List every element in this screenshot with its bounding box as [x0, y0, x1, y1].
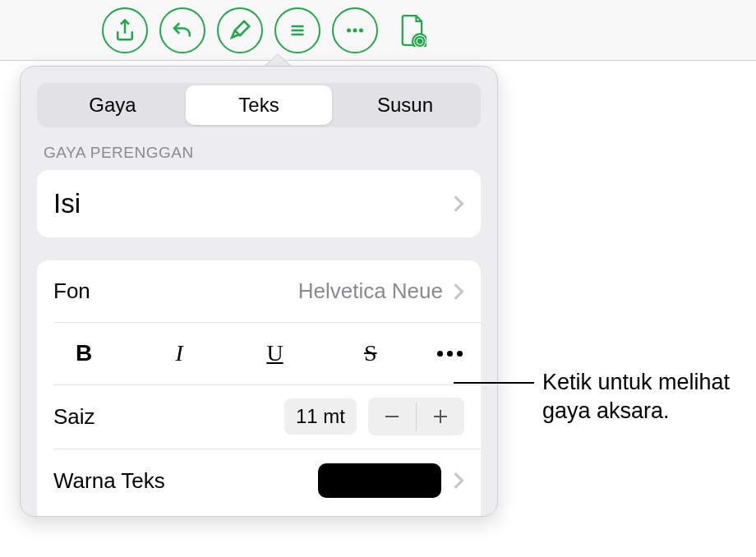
font-card: Fon Helvetica Neue B I U S Saiz 11	[37, 260, 481, 516]
size-stepper	[368, 398, 464, 435]
text-color-row[interactable]: Warna Teks	[37, 449, 481, 516]
size-row: Saiz 11 mt	[37, 384, 481, 449]
more-text-options-button[interactable]	[437, 351, 463, 357]
text-style-row: B I U S	[37, 322, 481, 384]
tab-style[interactable]: Gaya	[39, 85, 186, 125]
format-popover: Gaya Teks Susun GAYA PERENGGAN Isi Fon H…	[20, 66, 498, 517]
svg-point-5	[418, 39, 422, 43]
paragraph-style-card: Isi	[37, 170, 481, 237]
toolbar	[0, 0, 756, 61]
more-button[interactable]	[332, 7, 378, 53]
callout-line2: gaya aksara.	[542, 398, 670, 423]
dot-icon	[457, 351, 463, 357]
font-label: Fon	[53, 278, 90, 304]
strikethrough-button[interactable]: S	[342, 337, 399, 370]
tab-arrange[interactable]: Susun	[332, 85, 478, 125]
format-button[interactable]	[217, 7, 263, 53]
paragraph-style-row[interactable]: Isi	[37, 170, 481, 237]
undo-icon	[170, 18, 195, 43]
underline-button[interactable]: U	[247, 337, 304, 370]
size-increase-button[interactable]	[417, 398, 464, 435]
dot-icon	[447, 351, 453, 357]
undo-button[interactable]	[159, 7, 205, 53]
font-row[interactable]: Fon Helvetica Neue	[37, 260, 481, 322]
text-color-label: Warna Teks	[53, 468, 165, 494]
share-button[interactable]	[102, 7, 148, 53]
svg-point-2	[359, 28, 363, 32]
more-icon	[343, 18, 367, 43]
format-tabs: Gaya Teks Susun	[37, 83, 481, 127]
svg-point-1	[353, 28, 357, 32]
tab-text[interactable]: Teks	[186, 85, 332, 125]
paintbrush-icon	[228, 18, 252, 43]
chevron-right-icon	[453, 472, 464, 490]
svg-rect-6	[385, 416, 399, 417]
italic-button[interactable]: I	[150, 337, 208, 370]
share-icon	[113, 18, 137, 43]
bold-button[interactable]: B	[55, 337, 113, 370]
svg-rect-8	[440, 410, 441, 423]
plus-icon	[431, 407, 449, 426]
document-view-button[interactable]	[390, 7, 436, 53]
callout-line	[454, 382, 534, 384]
font-value: Helvetica Neue	[298, 278, 443, 304]
size-decrease-button[interactable]	[368, 398, 416, 435]
paragraph-style-value: Isi	[53, 188, 81, 219]
chevron-right-icon	[453, 283, 464, 301]
callout-line1: Ketik untuk melihat	[542, 370, 730, 394]
insert-button[interactable]	[274, 7, 320, 53]
callout-text: Ketik untuk melihat gaya aksara.	[542, 368, 730, 426]
size-label: Saiz	[53, 404, 95, 430]
list-icon	[285, 18, 310, 43]
svg-point-0	[347, 28, 351, 32]
minus-icon	[383, 407, 401, 426]
paragraph-style-header: GAYA PERENGGAN	[21, 144, 497, 170]
document-icon	[399, 14, 426, 47]
text-color-swatch[interactable]	[318, 463, 441, 498]
chevron-right-icon	[453, 195, 464, 213]
dot-icon	[437, 351, 443, 357]
size-value[interactable]: 11 mt	[284, 398, 357, 435]
